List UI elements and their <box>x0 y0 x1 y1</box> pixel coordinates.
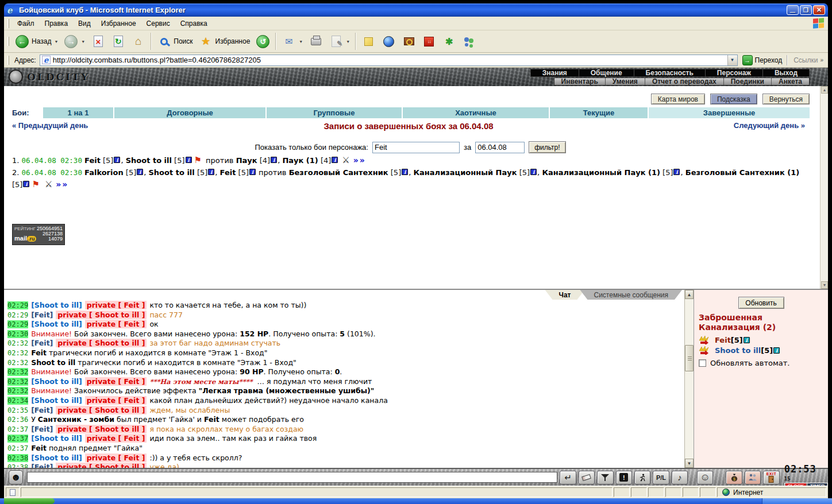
go-button[interactable]: → Переход <box>742 55 783 65</box>
icq-button[interactable]: ✱ <box>439 33 459 50</box>
info-icon[interactable]: i <box>271 157 277 163</box>
notes-button[interactable] <box>359 33 379 50</box>
fighter-name-link[interactable]: Feit <box>84 156 101 165</box>
menu-help[interactable]: Справка <box>175 17 213 30</box>
fighter-name-link[interactable]: Falkorion <box>84 168 124 177</box>
menu-edit[interactable]: Правка <box>40 17 74 30</box>
info-icon[interactable]: i <box>23 181 29 187</box>
oldcity-logo[interactable]: OLDCITY <box>9 69 90 84</box>
window-titlebar[interactable]: e Бойцовский клуб - Microsoft Internet E… <box>4 3 828 17</box>
tab-current[interactable]: Текущие <box>550 107 648 118</box>
chat-sender[interactable]: [Shoot to ill] <box>31 434 82 443</box>
info-icon[interactable]: i <box>530 169 537 175</box>
battle-details-link[interactable]: »» <box>353 156 366 165</box>
scroll-up-icon[interactable]: ▲ <box>685 290 694 299</box>
edit-button[interactable]: ✎▼ <box>326 33 353 50</box>
fighter-name[interactable]: Shoot to ill <box>715 346 761 355</box>
favorites-button[interactable]: ★ Избранное <box>196 33 253 50</box>
chat-sender[interactable]: [Feit] <box>31 406 53 414</box>
minimize-button[interactable] <box>787 5 799 15</box>
private-log-button[interactable]: P/L <box>653 471 669 484</box>
info-icon[interactable]: i <box>332 157 338 163</box>
toolbar-grip[interactable] <box>7 56 9 65</box>
address-input[interactable]: e http://oldcity.combats.ru/buttons.pl?b… <box>40 55 738 66</box>
menu-tools[interactable]: Сервис <box>141 17 175 30</box>
chat-scrollbar[interactable]: ▲ ▼ <box>684 290 694 468</box>
tab-finished[interactable]: Завершенные <box>649 107 810 118</box>
chat-sender[interactable]: [Feit] <box>31 339 53 347</box>
menu-favorites[interactable]: Избранное <box>96 17 141 30</box>
nav-item-Выход[interactable]: Выход <box>762 69 809 76</box>
fighter-name-link[interactable]: Паук <box>236 156 257 165</box>
character-filter-input[interactable] <box>372 142 460 153</box>
world-map-button[interactable]: Карта миров <box>651 94 705 104</box>
subnav-item-Поединки[interactable]: Поединки <box>723 78 771 85</box>
system-alert-button[interactable]: ! <box>616 471 632 484</box>
battle-details-link[interactable]: »» <box>56 180 68 189</box>
fighter-name[interactable]: Feit <box>715 336 731 344</box>
toolbar-grip[interactable] <box>7 37 9 46</box>
filter-chat-button[interactable] <box>597 471 613 484</box>
info-icon[interactable]: i <box>137 169 143 175</box>
nav-item-Знания[interactable]: Знания <box>531 69 579 76</box>
tab-system-messages[interactable]: Системные сообщения <box>580 290 682 300</box>
address-url[interactable]: http://oldcity.combats.ru/buttons.pl?bat… <box>53 56 261 64</box>
close-button[interactable] <box>813 5 825 15</box>
battle-log-icon[interactable]: ⚔ <box>45 179 52 189</box>
next-day-link[interactable]: Следующий день » <box>734 121 805 130</box>
chat-sender[interactable]: [Shoot to ill] <box>31 453 82 462</box>
dictionary-button[interactable] <box>399 33 419 50</box>
links-button[interactable]: Ссылки» <box>787 55 828 65</box>
info-icon[interactable]: i <box>186 157 192 163</box>
refresh-button[interactable]: Обновить <box>738 297 784 309</box>
subnav-item-Отчет о переводах[interactable]: Отчет о переводах <box>645 78 723 85</box>
fighter-name-link[interactable]: Паук (1) <box>282 156 318 165</box>
players-button[interactable] <box>745 471 761 484</box>
chat-sender[interactable]: [Shoot to ill] <box>31 320 82 328</box>
subnav-item-Анкета[interactable]: Анкета <box>771 78 809 85</box>
info-icon[interactable]: i <box>249 169 256 175</box>
chat-sender[interactable]: [Feit] <box>31 311 53 319</box>
subnav-item-Инвентарь[interactable]: Инвентарь <box>554 78 605 85</box>
nav-item-Безопасность[interactable]: Безопасность <box>634 69 705 76</box>
info-icon[interactable]: i <box>402 169 408 175</box>
forward-button[interactable]: →▼ <box>61 33 88 50</box>
tab-chat[interactable]: Чат <box>545 290 585 300</box>
chat-message-input[interactable] <box>27 472 557 483</box>
fighter-name-link[interactable]: Shoot to ill <box>149 168 195 177</box>
battle-log-icon[interactable]: ⚔ <box>342 155 349 165</box>
chat-sender[interactable]: [Feit] <box>31 463 53 468</box>
history-button[interactable]: ↺ <box>253 33 273 50</box>
attack-icon[interactable] <box>699 336 709 344</box>
download-manager-button[interactable]: ↓↓ <box>419 33 439 50</box>
messenger-button[interactable] <box>459 33 479 50</box>
scroll-down-icon[interactable]: ▼ <box>685 459 694 468</box>
fighter-name-link[interactable]: Shoot to ill <box>126 156 172 165</box>
auto-refresh-checkbox[interactable] <box>699 359 706 367</box>
back-button[interactable]: ← Назад▼ <box>12 33 61 50</box>
clear-button[interactable] <box>579 471 595 484</box>
info-icon[interactable]: i <box>114 157 120 163</box>
return-button[interactable]: Вернуться <box>762 94 810 104</box>
tab-group[interactable]: Групповые <box>267 107 402 118</box>
actions-button[interactable] <box>634 471 650 484</box>
chat-sender[interactable]: [Shoot to ill] <box>31 377 82 386</box>
send-button[interactable]: ↵ <box>560 471 576 484</box>
search-button[interactable]: Поиск <box>154 33 195 50</box>
filter-button[interactable]: фильтр! <box>529 141 565 153</box>
info-icon[interactable]: i <box>744 337 750 343</box>
home-button[interactable]: ⌂ <box>128 33 148 50</box>
fighter-name-link[interactable]: Канализационный Паук (1) <box>542 168 660 177</box>
info-icon[interactable]: i <box>773 347 780 354</box>
nav-item-Персонаж[interactable]: Персонаж <box>705 69 762 76</box>
start-button[interactable] <box>4 498 55 504</box>
tab-contract[interactable]: Договорные <box>114 107 265 118</box>
print-button[interactable] <box>306 33 326 50</box>
maximize-button[interactable] <box>800 5 812 15</box>
scroll-down-icon[interactable]: ▼ <box>821 281 828 289</box>
menu-file[interactable]: Файл <box>12 17 40 30</box>
smiles-menu-button[interactable]: ☻ <box>9 470 23 484</box>
scroll-up-icon[interactable]: ▲ <box>821 86 828 94</box>
chat-sender[interactable]: [Feit] <box>31 425 53 433</box>
sound-button[interactable]: ♪ <box>672 471 688 484</box>
